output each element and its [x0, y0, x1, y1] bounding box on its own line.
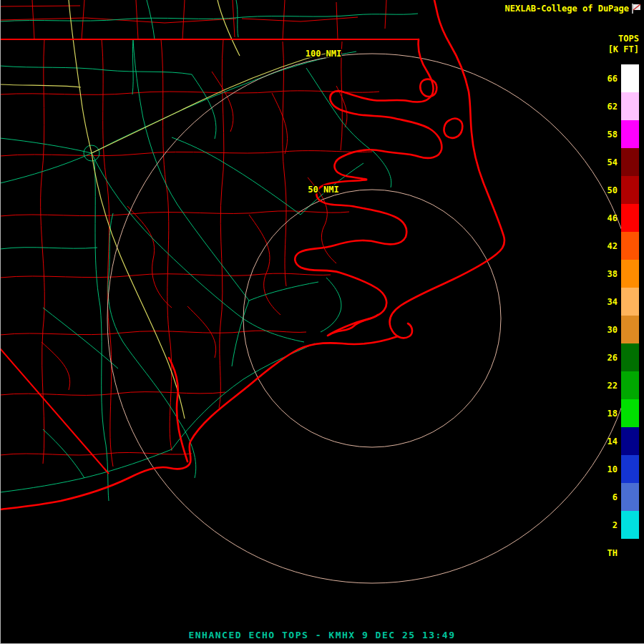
legend-entry-label: 54 [608, 157, 618, 167]
legend-entry-label: 38 [608, 269, 618, 279]
frame-left-edge [0, 0, 1, 644]
legend-entry-swatch [621, 232, 639, 260]
legend-entry-26: 26 [608, 343, 639, 371]
legend-title: TOPS [K FT] [608, 34, 639, 55]
legend-entries: 66625854504642383430262218141062TH [608, 64, 639, 567]
header: NEXLAB-College of DuPage [505, 4, 641, 14]
legend-entry-swatch [621, 92, 639, 120]
legend-entry-22: 22 [608, 371, 639, 399]
legend-entry-10: 10 [608, 455, 639, 483]
legend-entry-swatch [621, 399, 639, 427]
legend-entry-label: 30 [608, 325, 618, 335]
product-title: ENHANCED ECHO TOPS - KMHX 9 DEC 25 13:49 [0, 630, 644, 640]
ring-label-100nmi: 100 NMI [306, 49, 342, 59]
brand-text: NEXLAB-College of DuPage [505, 4, 629, 14]
nexlab-logo-icon [632, 4, 641, 14]
legend-entry-label: 18 [608, 409, 618, 419]
legend-entry-50: 50 [608, 176, 639, 204]
legend-entry-label: 6 [613, 492, 618, 502]
radar-map: 100 NMI 50 NMI [0, 0, 644, 644]
legend-entry-swatch [621, 120, 639, 148]
legend-entry-swatch [621, 260, 639, 288]
outer-banks [390, 0, 504, 338]
legend-entry-swatch [621, 176, 639, 204]
legend-entry-swatch [621, 483, 639, 511]
legend-entry-label: 62 [608, 102, 618, 112]
legend-entry-66: 66 [608, 64, 639, 92]
ring-label-50nmi: 50 NMI [308, 185, 338, 195]
legend-entry-swatch [621, 427, 639, 455]
legend-entry-42: 42 [608, 232, 639, 260]
legend-entry-label: 22 [608, 381, 618, 391]
legend-entry-label: 42 [608, 241, 618, 251]
legend-entry-54: 54 [608, 148, 639, 176]
legend-entry-14: 14 [608, 427, 639, 455]
state-borders [0, 39, 419, 474]
legend-entry-label: 10 [608, 464, 618, 474]
legend-entry-label: 50 [608, 185, 618, 195]
legend-entry-2: 2 [608, 511, 639, 539]
legend-entry-label: 34 [608, 297, 618, 307]
legend-entry-swatch [621, 64, 639, 92]
legend-entry-18: 18 [608, 399, 639, 427]
south-coast [0, 336, 398, 509]
legend-entry-34: 34 [608, 288, 639, 316]
legend-entry-swatch [621, 539, 639, 567]
legend-title-scale: [K FT] [608, 44, 639, 55]
legend-entry-58: 58 [608, 120, 639, 148]
legend-entry-30: 30 [608, 316, 639, 343]
legend-entry-label: 66 [608, 74, 618, 84]
legend-entry-swatch [621, 148, 639, 176]
bogue-detail [329, 315, 378, 335]
legend-entry-label: 2 [613, 520, 618, 530]
county-boundaries [0, 0, 386, 467]
legend-entry-swatch [621, 288, 639, 316]
legend-entry-label: 14 [608, 436, 618, 447]
legend-entry-swatch [621, 204, 639, 232]
legend-entry-label: TH [608, 548, 618, 558]
legend-entry-TH: TH [608, 539, 639, 567]
coastline [0, 0, 504, 509]
legend-entry-label: 58 [608, 130, 618, 140]
legend-entry-swatch [621, 343, 639, 371]
legend-entry-swatch [621, 371, 639, 399]
legend-entry-6: 6 [608, 483, 639, 511]
legend-entry-swatch [621, 511, 639, 539]
radar-screen: 100 NMI 50 NMI NEXLAB-College of DuPage … [0, 0, 644, 644]
legend-title-units: TOPS [608, 34, 639, 44]
legend-entry-46: 46 [608, 204, 639, 232]
legend-entry-38: 38 [608, 260, 639, 288]
legend-entry-label: 26 [608, 353, 618, 363]
roanoke-island [444, 119, 463, 138]
legend-entry-label: 46 [608, 213, 618, 223]
legend-entry-swatch [621, 455, 639, 483]
road-network [0, 0, 418, 501]
legend-entry-62: 62 [608, 92, 639, 120]
range-ring-labels: 100 NMI 50 NMI [306, 49, 342, 195]
legend-entry-swatch [621, 316, 639, 343]
